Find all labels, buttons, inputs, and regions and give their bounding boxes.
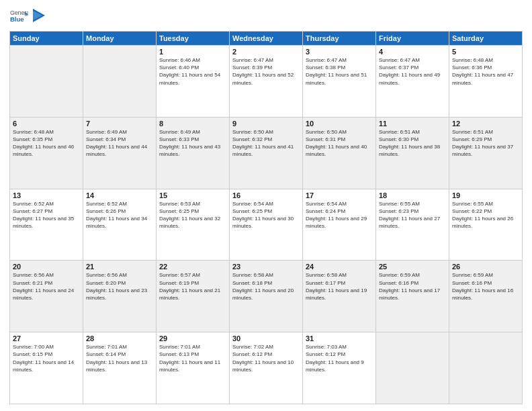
calendar-page: General Blue SundayMondayTuesdayWednesda… <box>0 0 532 411</box>
calendar-cell: 12Sunrise: 6:51 AMSunset: 6:29 PMDayligh… <box>449 117 523 189</box>
day-number: 30 <box>232 334 300 342</box>
day-number: 12 <box>452 120 519 128</box>
day-info: Sunrise: 6:56 AMSunset: 6:21 PMDaylight:… <box>13 271 80 302</box>
day-number: 10 <box>306 120 373 128</box>
day-info: Sunrise: 6:57 AMSunset: 6:19 PMDaylight:… <box>159 271 226 302</box>
day-info: Sunrise: 6:55 AMSunset: 6:22 PMDaylight:… <box>452 200 519 230</box>
calendar-cell: 20Sunrise: 6:56 AMSunset: 6:21 PMDayligh… <box>10 261 83 332</box>
day-number: 22 <box>159 263 226 271</box>
day-number: 3 <box>306 48 373 56</box>
day-info: Sunrise: 6:52 AMSunset: 6:27 PMDaylight:… <box>13 200 80 230</box>
calendar-cell: 25Sunrise: 6:59 AMSunset: 6:16 PMDayligh… <box>376 261 449 332</box>
calendar-cell: 13Sunrise: 6:52 AMSunset: 6:27 PMDayligh… <box>10 189 83 261</box>
calendar-cell: 1Sunrise: 6:46 AMSunset: 6:40 PMDaylight… <box>157 46 230 118</box>
day-info: Sunrise: 7:01 AMSunset: 6:14 PMDaylight:… <box>86 343 153 373</box>
day-info: Sunrise: 6:50 AMSunset: 6:32 PMDaylight:… <box>232 128 300 158</box>
calendar-cell: 17Sunrise: 6:54 AMSunset: 6:24 PMDayligh… <box>303 189 376 261</box>
day-number: 5 <box>452 48 519 56</box>
day-number: 21 <box>86 263 153 271</box>
calendar-cell: 22Sunrise: 6:57 AMSunset: 6:19 PMDayligh… <box>157 261 230 332</box>
day-number: 18 <box>379 191 446 199</box>
day-info: Sunrise: 6:51 AMSunset: 6:29 PMDaylight:… <box>452 128 519 158</box>
calendar-cell: 21Sunrise: 6:56 AMSunset: 6:20 PMDayligh… <box>83 261 157 332</box>
logo: General Blue <box>9 7 45 26</box>
calendar-cell <box>83 46 157 118</box>
day-info: Sunrise: 6:54 AMSunset: 6:24 PMDaylight:… <box>306 200 373 230</box>
calendar-cell: 5Sunrise: 6:48 AMSunset: 6:36 PMDaylight… <box>449 46 523 118</box>
weekday-header-sunday: Sunday <box>10 32 83 46</box>
weekday-header-saturday: Saturday <box>449 32 523 46</box>
day-number: 15 <box>159 191 226 199</box>
day-info: Sunrise: 6:56 AMSunset: 6:20 PMDaylight:… <box>86 271 153 302</box>
calendar-table: SundayMondayTuesdayWednesdayThursdayFrid… <box>9 31 523 404</box>
calendar-cell: 2Sunrise: 6:47 AMSunset: 6:39 PMDaylight… <box>230 46 303 118</box>
day-number: 13 <box>13 191 80 199</box>
day-number: 9 <box>232 120 300 128</box>
calendar-cell: 16Sunrise: 6:54 AMSunset: 6:25 PMDayligh… <box>230 189 303 261</box>
calendar-cell: 7Sunrise: 6:49 AMSunset: 6:34 PMDaylight… <box>83 117 157 189</box>
day-info: Sunrise: 6:47 AMSunset: 6:39 PMDaylight:… <box>232 56 300 87</box>
day-number: 2 <box>232 48 300 56</box>
day-info: Sunrise: 7:03 AMSunset: 6:12 PMDaylight:… <box>306 343 373 373</box>
day-number: 16 <box>232 191 300 199</box>
header: General Blue <box>9 7 523 26</box>
day-info: Sunrise: 6:48 AMSunset: 6:35 PMDaylight:… <box>13 128 80 158</box>
day-number: 11 <box>379 120 446 128</box>
calendar-cell: 24Sunrise: 6:58 AMSunset: 6:17 PMDayligh… <box>303 261 376 332</box>
calendar-cell: 28Sunrise: 7:01 AMSunset: 6:14 PMDayligh… <box>83 332 157 404</box>
day-number: 20 <box>13 263 80 271</box>
day-info: Sunrise: 6:53 AMSunset: 6:25 PMDaylight:… <box>159 200 226 230</box>
weekday-header-thursday: Thursday <box>303 32 376 46</box>
day-number: 1 <box>159 48 226 56</box>
day-number: 19 <box>452 191 519 199</box>
calendar-cell <box>449 332 523 404</box>
calendar-cell: 31Sunrise: 7:03 AMSunset: 6:12 PMDayligh… <box>303 332 376 404</box>
day-info: Sunrise: 7:00 AMSunset: 6:15 PMDaylight:… <box>13 343 80 373</box>
logo-icon: General Blue <box>9 7 28 26</box>
calendar-cell: 11Sunrise: 6:51 AMSunset: 6:30 PMDayligh… <box>376 117 449 189</box>
calendar-cell: 30Sunrise: 7:02 AMSunset: 6:12 PMDayligh… <box>230 332 303 404</box>
day-info: Sunrise: 6:58 AMSunset: 6:18 PMDaylight:… <box>232 271 300 302</box>
day-info: Sunrise: 6:59 AMSunset: 6:16 PMDaylight:… <box>379 271 446 302</box>
weekday-header-tuesday: Tuesday <box>157 32 230 46</box>
day-info: Sunrise: 6:46 AMSunset: 6:40 PMDaylight:… <box>159 56 226 87</box>
day-number: 7 <box>86 120 153 128</box>
calendar-cell: 10Sunrise: 6:50 AMSunset: 6:31 PMDayligh… <box>303 117 376 189</box>
day-number: 25 <box>379 263 446 271</box>
logo-chevron-icon <box>33 9 45 24</box>
day-number: 8 <box>159 120 226 128</box>
day-info: Sunrise: 7:01 AMSunset: 6:13 PMDaylight:… <box>159 343 226 373</box>
day-info: Sunrise: 6:48 AMSunset: 6:36 PMDaylight:… <box>452 56 519 87</box>
calendar-cell: 18Sunrise: 6:55 AMSunset: 6:23 PMDayligh… <box>376 189 449 261</box>
day-number: 29 <box>159 334 226 342</box>
day-number: 24 <box>306 263 373 271</box>
day-number: 26 <box>452 263 519 271</box>
day-number: 6 <box>13 120 80 128</box>
day-info: Sunrise: 6:58 AMSunset: 6:17 PMDaylight:… <box>306 271 373 302</box>
calendar-cell: 9Sunrise: 6:50 AMSunset: 6:32 PMDaylight… <box>230 117 303 189</box>
day-info: Sunrise: 6:47 AMSunset: 6:37 PMDaylight:… <box>379 56 446 87</box>
day-number: 28 <box>86 334 153 342</box>
weekday-header-wednesday: Wednesday <box>230 32 303 46</box>
day-number: 31 <box>306 334 373 342</box>
calendar-cell: 29Sunrise: 7:01 AMSunset: 6:13 PMDayligh… <box>157 332 230 404</box>
day-info: Sunrise: 6:59 AMSunset: 6:16 PMDaylight:… <box>452 271 519 302</box>
calendar-cell: 8Sunrise: 6:49 AMSunset: 6:33 PMDaylight… <box>157 117 230 189</box>
calendar-cell: 27Sunrise: 7:00 AMSunset: 6:15 PMDayligh… <box>10 332 83 404</box>
day-info: Sunrise: 6:49 AMSunset: 6:33 PMDaylight:… <box>159 128 226 158</box>
day-number: 27 <box>13 334 80 342</box>
day-info: Sunrise: 6:52 AMSunset: 6:26 PMDaylight:… <box>86 200 153 230</box>
weekday-header-friday: Friday <box>376 32 449 46</box>
calendar-cell: 23Sunrise: 6:58 AMSunset: 6:18 PMDayligh… <box>230 261 303 332</box>
day-info: Sunrise: 7:02 AMSunset: 6:12 PMDaylight:… <box>232 343 300 373</box>
calendar-cell: 14Sunrise: 6:52 AMSunset: 6:26 PMDayligh… <box>83 189 157 261</box>
calendar-cell <box>376 332 449 404</box>
calendar-cell: 6Sunrise: 6:48 AMSunset: 6:35 PMDaylight… <box>10 117 83 189</box>
calendar-cell: 15Sunrise: 6:53 AMSunset: 6:25 PMDayligh… <box>157 189 230 261</box>
calendar-cell <box>10 46 83 118</box>
calendar-cell: 4Sunrise: 6:47 AMSunset: 6:37 PMDaylight… <box>376 46 449 118</box>
day-info: Sunrise: 6:49 AMSunset: 6:34 PMDaylight:… <box>86 128 153 158</box>
weekday-header-monday: Monday <box>83 32 157 46</box>
day-number: 17 <box>306 191 373 199</box>
day-info: Sunrise: 6:55 AMSunset: 6:23 PMDaylight:… <box>379 200 446 230</box>
